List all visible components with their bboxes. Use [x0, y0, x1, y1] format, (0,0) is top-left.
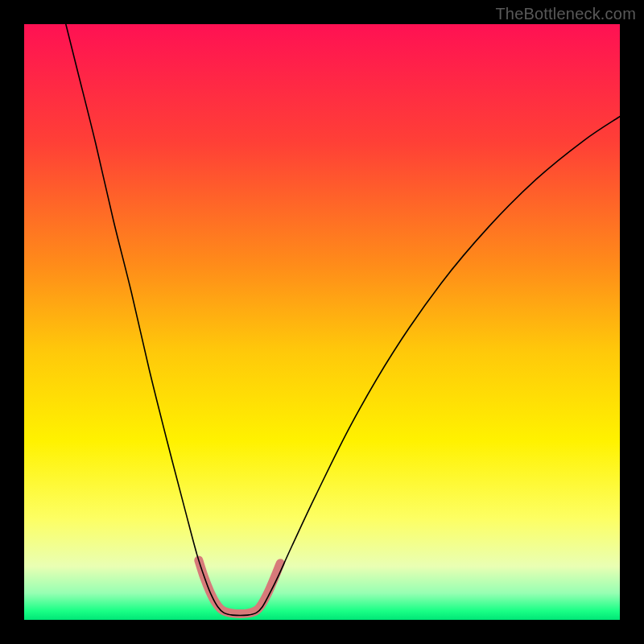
watermark-text: TheBottleneck.com: [495, 5, 636, 23]
chart-stage: TheBottleneck.com: [0, 0, 644, 644]
bottleneck-plot-svg: [24, 24, 620, 620]
plot-area: [24, 24, 620, 620]
gradient-background: [24, 24, 620, 620]
